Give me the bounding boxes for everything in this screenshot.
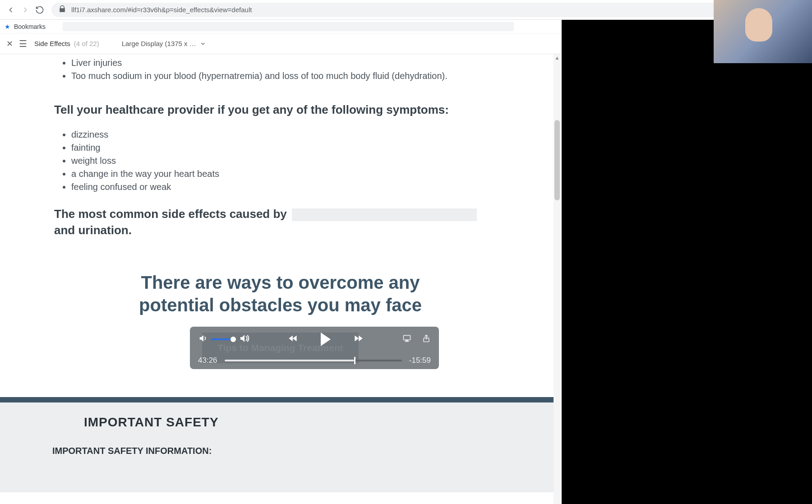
list-item: fainting bbox=[71, 142, 507, 154]
media-player: 43:26 -15:59 bbox=[190, 327, 439, 369]
safety-section: IMPORTANT SAFETY IMPORTANT SAFETY INFORM… bbox=[0, 402, 554, 492]
page-content: Liver injuries Too much sodium in your b… bbox=[0, 57, 561, 363]
common-text-a: The most common side effects caused by bbox=[54, 207, 287, 221]
symptoms-heading: Tell your healthcare provider if you get… bbox=[54, 103, 507, 117]
share-icon[interactable] bbox=[422, 333, 431, 345]
redacted-block bbox=[292, 208, 477, 221]
vertical-scrollbar[interactable]: ▲ bbox=[554, 54, 561, 504]
nav-forward-button[interactable] bbox=[18, 3, 32, 17]
display-size-dropdown[interactable]: Large Display (1375 x … bbox=[122, 40, 206, 47]
common-text-b: and urination. bbox=[54, 223, 132, 237]
volume-slider[interactable] bbox=[211, 338, 236, 340]
chevron-down-icon bbox=[200, 41, 206, 47]
axure-menu-button[interactable]: ☰ bbox=[15, 38, 31, 49]
play-button[interactable] bbox=[321, 333, 331, 346]
axure-close-button[interactable]: ✕ bbox=[4, 38, 15, 50]
mute-icon[interactable] bbox=[198, 333, 208, 345]
nav-back-button[interactable] bbox=[4, 3, 18, 17]
address-bar[interactable]: llf1i7.axshare.com/#id=r33v6h&p=side_eff… bbox=[51, 3, 760, 17]
top-list: Liver injuries Too much sodium in your b… bbox=[71, 57, 507, 82]
display-size-label: Large Display (1375 x … bbox=[122, 40, 196, 47]
volume-max-icon[interactable] bbox=[239, 333, 249, 346]
list-item: weight loss bbox=[71, 155, 507, 167]
nav-reload-button[interactable] bbox=[32, 3, 47, 17]
bookmark-item-star-icon: ★ bbox=[5, 23, 10, 30]
lock-icon bbox=[58, 5, 67, 15]
list-item: feeling confused or weak bbox=[71, 181, 507, 193]
browser-toolbar: llf1i7.axshare.com/#id=r33v6h&p=side_eff… bbox=[0, 0, 812, 20]
list-item: Liver injuries bbox=[71, 57, 507, 69]
hero-heading-line1: There are ways to overcome any bbox=[54, 271, 507, 294]
bookmarks-label[interactable]: Bookmarks bbox=[14, 23, 46, 30]
list-item: Too much sodium in your blood (hypernatr… bbox=[71, 70, 507, 82]
content-stage: Liver injuries Too much sodium in your b… bbox=[0, 54, 561, 504]
safety-heading-full: IMPORTANT SAFETY INFORMATION: bbox=[52, 446, 501, 456]
hero-heading-line2: potential obstacles you may face bbox=[54, 294, 507, 316]
page-title: Side Effects bbox=[34, 40, 70, 47]
scrollbar-thumb[interactable] bbox=[554, 120, 560, 200]
safety-heading-partial: IMPORTANT SAFETY bbox=[84, 415, 501, 430]
list-item: dizziness bbox=[71, 129, 507, 141]
time-elapsed: 43:26 bbox=[198, 356, 217, 365]
page-count: (4 of 22) bbox=[74, 40, 99, 47]
airplay-icon[interactable] bbox=[402, 334, 412, 345]
list-item: a change in the way your heart beats bbox=[71, 168, 507, 180]
time-remaining: -15:59 bbox=[409, 356, 431, 365]
fast-forward-button[interactable] bbox=[351, 333, 365, 346]
scroll-up-arrow-icon[interactable]: ▲ bbox=[554, 54, 561, 61]
video-sidebar bbox=[562, 20, 812, 504]
safety-divider bbox=[0, 397, 554, 402]
common-side-effects-text: The most common side effects caused by a… bbox=[54, 206, 507, 239]
bookmarks-empty-area bbox=[63, 22, 514, 31]
webcam-thumbnail bbox=[714, 0, 812, 63]
symptoms-list: dizziness fainting weight loss a change … bbox=[71, 129, 507, 193]
timeline-slider[interactable] bbox=[225, 360, 402, 361]
url-text: llf1i7.axshare.com/#id=r33v6h&p=side_eff… bbox=[71, 6, 252, 14]
rewind-button[interactable] bbox=[286, 333, 300, 346]
